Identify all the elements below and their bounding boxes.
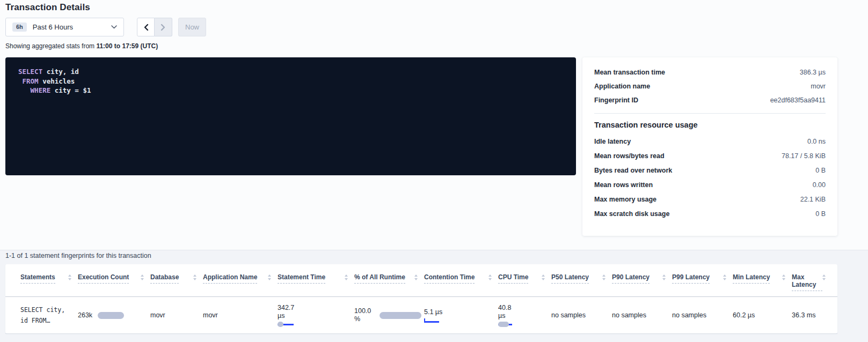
- summary-row-label: Max memory usage: [594, 196, 657, 203]
- statement-time-bar: [278, 322, 294, 327]
- summary-row-value: movr: [811, 83, 826, 90]
- contention-time-cell: 5.1 µs: [424, 308, 498, 323]
- transaction-summary-card: Mean transaction time 386.3 µs Applicati…: [582, 57, 837, 236]
- execution-count-bar: [98, 312, 124, 319]
- summary-row-value: 386.3 µs: [800, 69, 826, 76]
- cpu-time-bar: [498, 322, 512, 327]
- statements-table-header-row: Statements Execution Count Database Appl…: [5, 264, 837, 297]
- next-time-button[interactable]: [155, 18, 172, 36]
- min-latency-cell: 60.2 µs: [733, 311, 792, 319]
- p99-latency-cell: no samples: [672, 311, 733, 319]
- summary-row-value: 22.1 KiB: [800, 196, 826, 203]
- summary-row-label: Bytes read over network: [594, 167, 672, 174]
- p90-latency-cell: no samples: [612, 311, 672, 319]
- summary-row-label: Mean rows written: [594, 181, 653, 189]
- sql-code-box: SELECT city, id FROM vehicles WHERE city…: [5, 57, 576, 175]
- summary-row: Max scratch disk usage 0 B: [594, 206, 826, 221]
- column-header-min-latency[interactable]: Min Latency: [733, 273, 792, 291]
- summary-row: Mean transaction time 386.3 µs: [594, 65, 826, 79]
- statement-link[interactable]: SELECT city, id FROM…: [20, 304, 78, 326]
- sql-text: vehicles: [39, 77, 75, 85]
- sql-line: FROM vehicles: [18, 77, 563, 86]
- summary-row-value: 0.0 ns: [807, 138, 826, 145]
- resource-usage-section-title: Transaction resource usage: [594, 121, 826, 129]
- column-header-application-name[interactable]: Application Name: [203, 273, 278, 291]
- column-header-statement-time[interactable]: Statement Time: [278, 273, 354, 291]
- sql-line: SELECT city, id: [18, 67, 563, 77]
- sort-icon: [662, 274, 666, 280]
- sort-icon: [602, 274, 606, 280]
- column-header-cpu-time[interactable]: CPU Time: [498, 273, 551, 291]
- sort-icon: [723, 274, 726, 280]
- column-header-runtime-pct[interactable]: % of All Runtime: [354, 273, 424, 291]
- summary-row-label: Max scratch disk usage: [594, 210, 669, 218]
- prev-time-button[interactable]: [137, 18, 155, 36]
- stats-note: Showing aggregated stats from 11:00 to 1…: [5, 42, 158, 50]
- summary-row-label: Mean rows/bytes read: [594, 152, 665, 160]
- time-range-badge: 6h: [12, 23, 27, 32]
- column-header-database[interactable]: Database: [150, 273, 203, 291]
- runtime-pct-cell: 100.0 %: [354, 307, 424, 323]
- page-title: Transaction Details: [5, 2, 90, 13]
- chevron-right-icon: [161, 24, 166, 31]
- contention-time-bar: [424, 318, 439, 323]
- sql-line: WHERE city = $1: [18, 86, 563, 95]
- summary-row: Idle latency 0.0 ns: [594, 134, 826, 148]
- summary-row: Bytes read over network 0 B: [594, 163, 826, 177]
- column-header-contention-time[interactable]: Contention Time: [424, 273, 498, 291]
- summary-row: Mean rows written 0.00: [594, 177, 826, 192]
- sql-keyword: WHERE: [18, 86, 50, 94]
- summary-row: Application name movr: [594, 79, 826, 93]
- sql-text: city, id: [42, 68, 79, 76]
- sort-icon: [414, 274, 418, 280]
- summary-row-label: Mean transaction time: [594, 69, 665, 76]
- column-header-p99-latency[interactable]: P99 Latency: [672, 273, 733, 291]
- summary-row-label: Application name: [594, 83, 650, 90]
- column-header-p90-latency[interactable]: P90 Latency: [612, 273, 672, 291]
- fingerprint-count-note: 1-1 of 1 statement fingerprints for this…: [5, 252, 151, 259]
- summary-row-label: Fingerprint ID: [594, 96, 638, 104]
- runtime-pct-bar: [380, 312, 421, 319]
- column-header-statements[interactable]: Statements: [20, 273, 78, 291]
- summary-row: Max memory usage 22.1 KiB: [594, 192, 826, 206]
- summary-row-value: ee2df683f5aa9411: [770, 96, 826, 104]
- chevron-left-icon: [143, 24, 149, 31]
- column-header-p50-latency[interactable]: P50 Latency: [551, 273, 612, 291]
- sort-icon: [345, 274, 348, 280]
- card-divider: [594, 113, 826, 114]
- summary-row-value: 78.17 / 5.8 KiB: [782, 152, 826, 160]
- execution-count-cell: 263k: [78, 311, 150, 319]
- sort-icon: [141, 274, 144, 280]
- sql-text: city = $1: [50, 86, 91, 94]
- statement-time-cell: 342.7 µs: [278, 304, 354, 327]
- chevron-down-icon: [111, 25, 117, 29]
- sql-keyword: FROM: [18, 77, 39, 85]
- summary-row-value: 0.00: [813, 181, 826, 189]
- summary-row-value: 0 B: [815, 210, 826, 218]
- time-controls: 6h Past 6 Hours Now: [5, 18, 206, 36]
- stats-note-prefix: Showing aggregated stats from: [5, 42, 96, 50]
- time-range-dropdown[interactable]: 6h Past 6 Hours: [5, 18, 124, 36]
- database-cell: movr: [150, 311, 203, 319]
- sort-icon: [782, 274, 785, 280]
- stats-note-range: 11:00 to 17:59 (UTC): [96, 42, 158, 50]
- sort-icon: [268, 274, 271, 280]
- column-header-max-latency[interactable]: Max Latency: [792, 273, 832, 291]
- sql-keyword: SELECT: [18, 68, 42, 76]
- sort-icon: [193, 274, 196, 280]
- application-name-cell: movr: [203, 311, 278, 319]
- table-row: SELECT city, id FROM… 263k movr movr 342…: [5, 297, 837, 334]
- sort-icon: [822, 274, 826, 280]
- column-header-execution-count[interactable]: Execution Count: [78, 273, 150, 291]
- time-nav-group: [137, 18, 172, 36]
- cpu-time-cell: 40.8 µs: [498, 304, 551, 327]
- sort-icon: [68, 274, 71, 280]
- summary-row: Mean rows/bytes read 78.17 / 5.8 KiB: [594, 148, 826, 163]
- summary-row-label: Idle latency: [594, 138, 631, 145]
- now-button[interactable]: Now: [178, 18, 206, 36]
- max-latency-cell: 36.3 ms: [792, 311, 832, 319]
- sort-icon: [542, 274, 545, 280]
- summary-row-value: 0 B: [815, 167, 826, 174]
- statements-table-card: Statements Execution Count Database Appl…: [5, 264, 837, 333]
- summary-row: Fingerprint ID ee2df683f5aa9411: [594, 93, 826, 107]
